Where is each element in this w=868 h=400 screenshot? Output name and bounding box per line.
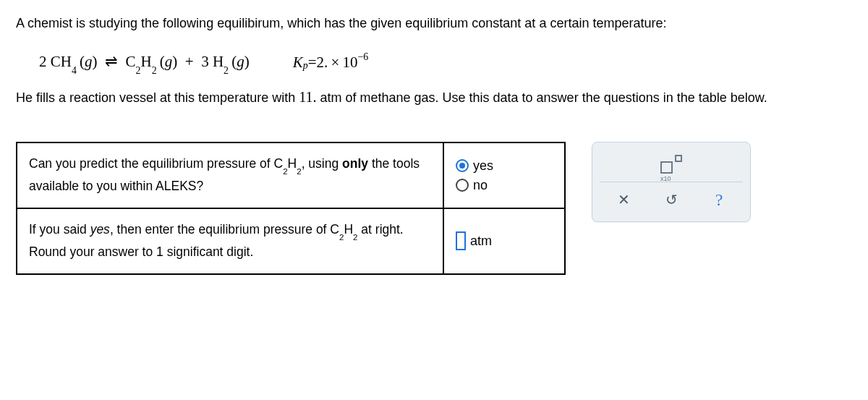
fill-text: He fills a reaction vessel at this tempe… — [16, 85, 852, 108]
redo-icon: ↺ — [665, 191, 678, 208]
question-table: Can you predict the equilibrium pressure… — [16, 142, 566, 275]
help-button[interactable]: ? — [706, 188, 732, 211]
pressure-input[interactable] — [456, 231, 466, 250]
equilibrium-equation: 2 CH4 (g) ⇌ C2H2 (g) + 3 H2 (g) Kp = 2. … — [16, 40, 852, 85]
exponent-tool-button[interactable]: x10 — [658, 153, 684, 176]
radio-no-label: no — [473, 178, 488, 193]
radio-icon — [456, 159, 469, 172]
atm-unit-label: atm — [470, 234, 492, 249]
radio-no[interactable]: no — [456, 178, 553, 193]
q2-answer-cell: atm — [443, 208, 565, 274]
close-icon: ✕ — [618, 191, 630, 208]
table-row: Can you predict the equilibrium pressure… — [17, 142, 565, 208]
radio-icon — [456, 179, 469, 192]
close-button[interactable]: ✕ — [610, 188, 637, 211]
problem-statement: A chemist is studying the following equi… — [16, 13, 852, 108]
reaction-formula: 2 CH4 (g) ⇌ C2H2 (g) + 3 H2 (g) — [39, 50, 250, 75]
intro-text: A chemist is studying the following equi… — [16, 13, 852, 34]
radio-yes[interactable]: yes — [456, 158, 553, 174]
kp-value: Kp = 2. × 10−6 — [293, 51, 369, 75]
tool-panel: x10 ✕ ↺ ? — [592, 142, 751, 222]
help-icon: ? — [715, 190, 723, 210]
q1-text: Can you predict the equilibrium pressure… — [17, 142, 443, 208]
redo-button[interactable]: ↺ — [658, 188, 684, 211]
table-row: If you said yes, then enter the equilibr… — [17, 208, 565, 274]
q2-text: If you said yes, then enter the equilibr… — [17, 208, 443, 274]
q1-answer-cell: yes no — [443, 142, 565, 208]
radio-yes-label: yes — [473, 158, 493, 174]
